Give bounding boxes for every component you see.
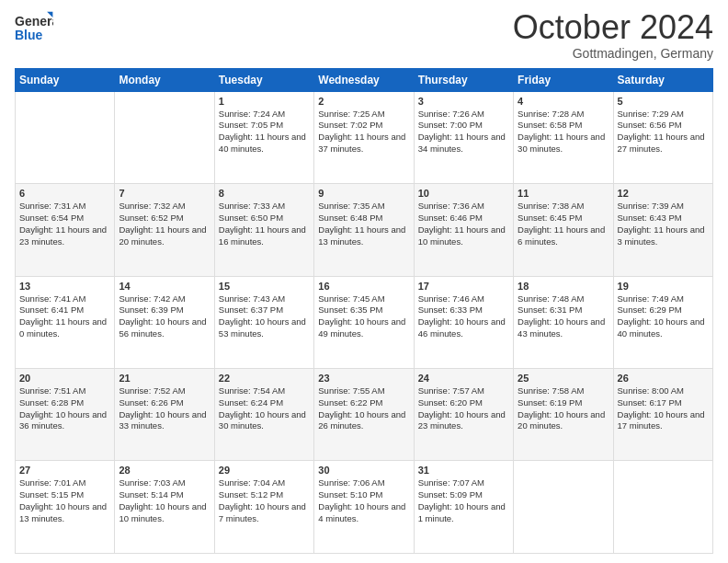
day-number: 1 bbox=[219, 96, 310, 107]
calendar-cell: 14Sunrise: 7:42 AM Sunset: 6:39 PM Dayli… bbox=[115, 276, 214, 368]
calendar-cell: 15Sunrise: 7:43 AM Sunset: 6:37 PM Dayli… bbox=[214, 276, 313, 368]
calendar-cell: 26Sunrise: 8:00 AM Sunset: 6:17 PM Dayli… bbox=[613, 369, 712, 461]
day-info: Sunrise: 7:51 AM Sunset: 6:28 PM Dayligh… bbox=[19, 385, 110, 432]
calendar-cell: 20Sunrise: 7:51 AM Sunset: 6:28 PM Dayli… bbox=[16, 369, 115, 461]
day-number: 9 bbox=[318, 188, 409, 199]
day-number: 12 bbox=[618, 188, 709, 199]
calendar-cell: 28Sunrise: 7:03 AM Sunset: 5:14 PM Dayli… bbox=[115, 461, 214, 554]
day-number: 24 bbox=[418, 373, 509, 384]
calendar-cell: 24Sunrise: 7:57 AM Sunset: 6:20 PM Dayli… bbox=[414, 369, 513, 461]
day-info: Sunrise: 7:35 AM Sunset: 6:48 PM Dayligh… bbox=[318, 201, 409, 247]
calendar-cell: 7Sunrise: 7:32 AM Sunset: 6:52 PM Daylig… bbox=[115, 184, 214, 276]
calendar-cell: 16Sunrise: 7:45 AM Sunset: 6:35 PM Dayli… bbox=[314, 276, 414, 368]
day-info: Sunrise: 7:28 AM Sunset: 6:58 PM Dayligh… bbox=[518, 109, 609, 155]
day-number: 28 bbox=[119, 465, 210, 476]
day-number: 15 bbox=[219, 281, 310, 292]
calendar-cell: 21Sunrise: 7:52 AM Sunset: 6:26 PM Dayli… bbox=[115, 369, 214, 461]
weekday-header-monday: Monday bbox=[115, 68, 214, 91]
calendar-cell: 9Sunrise: 7:35 AM Sunset: 6:48 PM Daylig… bbox=[314, 184, 414, 276]
day-info: Sunrise: 7:39 AM Sunset: 6:43 PM Dayligh… bbox=[618, 201, 709, 247]
day-number: 23 bbox=[318, 373, 409, 384]
day-info: Sunrise: 7:43 AM Sunset: 6:37 PM Dayligh… bbox=[219, 293, 310, 340]
logo-icon: General Blue bbox=[15, 9, 53, 48]
day-info: Sunrise: 7:49 AM Sunset: 6:29 PM Dayligh… bbox=[618, 293, 709, 340]
day-info: Sunrise: 7:38 AM Sunset: 6:45 PM Dayligh… bbox=[518, 201, 609, 247]
day-number: 30 bbox=[318, 465, 409, 476]
calendar-cell: 5Sunrise: 7:29 AM Sunset: 6:56 PM Daylig… bbox=[613, 91, 712, 183]
day-info: Sunrise: 7:46 AM Sunset: 6:33 PM Dayligh… bbox=[418, 293, 509, 340]
day-info: Sunrise: 7:32 AM Sunset: 6:52 PM Dayligh… bbox=[119, 201, 210, 247]
day-number: 18 bbox=[518, 281, 609, 292]
day-number: 10 bbox=[418, 188, 509, 199]
day-info: Sunrise: 7:04 AM Sunset: 5:12 PM Dayligh… bbox=[219, 477, 310, 524]
day-info: Sunrise: 7:36 AM Sunset: 6:46 PM Dayligh… bbox=[418, 201, 509, 247]
calendar-row-4: 20Sunrise: 7:51 AM Sunset: 6:28 PM Dayli… bbox=[16, 369, 713, 461]
day-number: 27 bbox=[19, 465, 110, 476]
calendar-cell: 12Sunrise: 7:39 AM Sunset: 6:43 PM Dayli… bbox=[613, 184, 712, 276]
day-number: 4 bbox=[518, 96, 609, 107]
day-info: Sunrise: 7:24 AM Sunset: 7:05 PM Dayligh… bbox=[219, 109, 310, 155]
day-info: Sunrise: 7:29 AM Sunset: 6:56 PM Dayligh… bbox=[618, 109, 709, 155]
calendar-cell: 25Sunrise: 7:58 AM Sunset: 6:19 PM Dayli… bbox=[514, 369, 613, 461]
calendar-cell: 3Sunrise: 7:26 AM Sunset: 7:00 PM Daylig… bbox=[414, 91, 513, 183]
day-info: Sunrise: 7:45 AM Sunset: 6:35 PM Dayligh… bbox=[318, 293, 409, 340]
calendar-cell bbox=[115, 91, 214, 183]
weekday-header-thursday: Thursday bbox=[414, 68, 513, 91]
day-info: Sunrise: 7:26 AM Sunset: 7:00 PM Dayligh… bbox=[418, 109, 509, 155]
day-info: Sunrise: 7:01 AM Sunset: 5:15 PM Dayligh… bbox=[19, 477, 110, 524]
calendar-cell: 13Sunrise: 7:41 AM Sunset: 6:41 PM Dayli… bbox=[16, 276, 115, 368]
day-number: 17 bbox=[418, 281, 509, 292]
day-info: Sunrise: 7:25 AM Sunset: 7:02 PM Dayligh… bbox=[318, 109, 409, 155]
day-info: Sunrise: 7:07 AM Sunset: 5:09 PM Dayligh… bbox=[418, 477, 509, 524]
calendar-cell: 6Sunrise: 7:31 AM Sunset: 6:54 PM Daylig… bbox=[16, 184, 115, 276]
day-info: Sunrise: 7:48 AM Sunset: 6:31 PM Dayligh… bbox=[518, 293, 609, 340]
calendar-cell: 17Sunrise: 7:46 AM Sunset: 6:33 PM Dayli… bbox=[414, 276, 513, 368]
day-info: Sunrise: 7:54 AM Sunset: 6:24 PM Dayligh… bbox=[219, 385, 310, 432]
day-number: 8 bbox=[219, 188, 310, 199]
svg-text:Blue: Blue bbox=[15, 28, 43, 42]
calendar-cell: 1Sunrise: 7:24 AM Sunset: 7:05 PM Daylig… bbox=[214, 91, 313, 183]
day-info: Sunrise: 7:33 AM Sunset: 6:50 PM Dayligh… bbox=[219, 201, 310, 247]
weekday-header-tuesday: Tuesday bbox=[214, 68, 313, 91]
day-number: 7 bbox=[119, 188, 210, 199]
calendar-cell: 29Sunrise: 7:04 AM Sunset: 5:12 PM Dayli… bbox=[214, 461, 313, 554]
title-block: October 2024 Gottmadingen, Germany bbox=[513, 9, 713, 61]
calendar-cell bbox=[16, 91, 115, 183]
calendar-row-5: 27Sunrise: 7:01 AM Sunset: 5:15 PM Dayli… bbox=[16, 461, 713, 554]
day-number: 21 bbox=[119, 373, 210, 384]
day-info: Sunrise: 7:55 AM Sunset: 6:22 PM Dayligh… bbox=[318, 385, 409, 432]
weekday-header-sunday: Sunday bbox=[16, 68, 115, 91]
calendar-cell: 31Sunrise: 7:07 AM Sunset: 5:09 PM Dayli… bbox=[414, 461, 513, 554]
day-number: 11 bbox=[518, 188, 609, 199]
location: Gottmadingen, Germany bbox=[513, 46, 713, 61]
calendar-cell: 30Sunrise: 7:06 AM Sunset: 5:10 PM Dayli… bbox=[314, 461, 414, 554]
calendar-cell: 11Sunrise: 7:38 AM Sunset: 6:45 PM Dayli… bbox=[514, 184, 613, 276]
page-header: General Blue October 2024 Gottmadingen, … bbox=[15, 9, 713, 61]
calendar-cell: 27Sunrise: 7:01 AM Sunset: 5:15 PM Dayli… bbox=[16, 461, 115, 554]
day-number: 31 bbox=[418, 465, 509, 476]
svg-text:General: General bbox=[15, 14, 53, 29]
day-info: Sunrise: 7:57 AM Sunset: 6:20 PM Dayligh… bbox=[418, 385, 509, 432]
weekday-header-friday: Friday bbox=[514, 68, 613, 91]
day-number: 29 bbox=[219, 465, 310, 476]
day-info: Sunrise: 7:58 AM Sunset: 6:19 PM Dayligh… bbox=[518, 385, 609, 432]
month-title: October 2024 bbox=[513, 9, 713, 46]
weekday-header-wednesday: Wednesday bbox=[314, 68, 414, 91]
day-number: 14 bbox=[119, 281, 210, 292]
calendar-table: SundayMondayTuesdayWednesdayThursdayFrid… bbox=[15, 68, 713, 554]
day-info: Sunrise: 7:41 AM Sunset: 6:41 PM Dayligh… bbox=[19, 293, 110, 340]
calendar-cell bbox=[613, 461, 712, 554]
day-number: 20 bbox=[19, 373, 110, 384]
day-number: 16 bbox=[318, 281, 409, 292]
calendar-cell bbox=[514, 461, 613, 554]
day-number: 26 bbox=[618, 373, 709, 384]
calendar-cell: 2Sunrise: 7:25 AM Sunset: 7:02 PM Daylig… bbox=[314, 91, 414, 183]
day-number: 6 bbox=[19, 188, 110, 199]
day-info: Sunrise: 7:03 AM Sunset: 5:14 PM Dayligh… bbox=[119, 477, 210, 524]
day-number: 22 bbox=[219, 373, 310, 384]
calendar-row-1: 1Sunrise: 7:24 AM Sunset: 7:05 PM Daylig… bbox=[16, 91, 713, 183]
logo: General Blue bbox=[15, 9, 53, 48]
weekday-header-saturday: Saturday bbox=[613, 68, 712, 91]
calendar-row-2: 6Sunrise: 7:31 AM Sunset: 6:54 PM Daylig… bbox=[16, 184, 713, 276]
day-info: Sunrise: 7:42 AM Sunset: 6:39 PM Dayligh… bbox=[119, 293, 210, 340]
